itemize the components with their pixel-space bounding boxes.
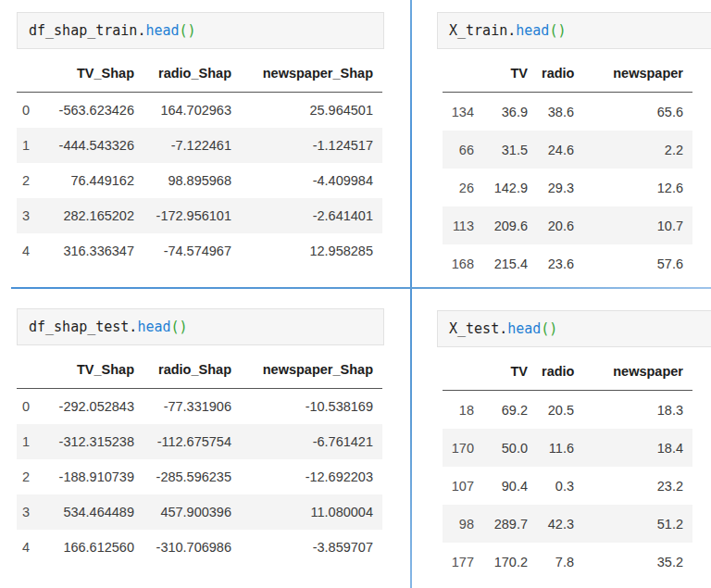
cell-value: 0.3 — [541, 467, 587, 505]
cell-value: 20.6 — [541, 206, 587, 244]
cell-value: 166.612560 — [30, 530, 147, 565]
code-method-text: head — [516, 22, 549, 39]
vertical-divider-line — [410, 0, 412, 588]
cell-value: 98.895968 — [147, 163, 244, 198]
row-index: 1 — [17, 128, 30, 163]
code-cell-df-shap-train[interactable]: df_shap_train.head() — [17, 12, 384, 49]
quadrant-df-shap-test: df_shap_test.head() TV_Shap radio_Shap n… — [17, 308, 387, 565]
column-header: radio_Shap — [147, 60, 244, 93]
row-index: 113 — [443, 206, 474, 244]
table-row: 0 -563.623426 164.702963 25.964501 — [17, 93, 382, 129]
row-index: 177 — [443, 543, 474, 581]
cell-value: -285.596235 — [147, 459, 244, 494]
cell-value: -312.315238 — [30, 424, 147, 459]
row-index: 4 — [17, 233, 30, 269]
table-row: 107 90.4 0.3 23.2 — [443, 467, 692, 505]
cell-value: 316.336347 — [30, 233, 147, 269]
column-header: radio_Shap — [147, 357, 244, 389]
table-row: 4 316.336347 -74.574967 12.958285 — [17, 233, 382, 269]
cell-value: 36.9 — [474, 93, 541, 131]
table-header-row: TV radio newspaper — [443, 358, 692, 391]
cell-value: -2.641401 — [244, 198, 382, 233]
table-row: 0 -292.052843 -77.331906 -10.538169 — [17, 389, 382, 425]
cell-value: 29.3 — [541, 169, 587, 206]
row-index: 66 — [443, 131, 474, 169]
dataframe-table-x-test: TV radio newspaper 18 69.2 20.5 18.3 170… — [443, 358, 692, 581]
cell-value: -77.331906 — [147, 389, 244, 425]
table-row: 26 142.9 29.3 12.6 — [443, 169, 692, 206]
column-header: newspaper_Shap — [244, 60, 382, 93]
dataframe-table-df-shap-test: TV_Shap radio_Shap newspaper_Shap 0 -292… — [17, 357, 382, 565]
row-index: 0 — [17, 389, 30, 425]
cell-value: 209.6 — [474, 206, 541, 244]
cell-value: 23.6 — [541, 244, 587, 282]
cell-value: 38.6 — [541, 93, 587, 131]
quadrant-x-train: X_train.head() TV radio newspaper 134 36… — [437, 12, 711, 282]
row-index: 170 — [443, 429, 474, 467]
cell-value: 10.7 — [587, 206, 692, 244]
cell-value: 31.5 — [474, 131, 541, 169]
code-method-text: head — [137, 319, 170, 335]
code-cell-x-test[interactable]: X_test.head() — [437, 310, 711, 347]
code-object-text: df_shap_test. — [29, 319, 137, 335]
cell-value: -1.124517 — [244, 128, 382, 163]
table-row: 4 166.612560 -310.706986 -3.859707 — [17, 530, 382, 565]
row-index: 134 — [443, 93, 474, 131]
cell-value: 18.3 — [587, 391, 692, 430]
row-index: 107 — [443, 467, 474, 505]
cell-value: 76.449162 — [30, 163, 147, 198]
cell-value: 215.4 — [474, 244, 541, 282]
code-cell-df-shap-test[interactable]: df_shap_test.head() — [17, 308, 384, 345]
quadrant-df-shap-train: df_shap_train.head() TV_Shap radio_Shap … — [17, 12, 387, 269]
table-row: 113 209.6 20.6 10.7 — [443, 206, 692, 244]
index-column-header — [17, 60, 30, 93]
cell-value: 90.4 — [474, 467, 541, 505]
cell-value: 534.464489 — [30, 494, 147, 530]
index-column-header — [443, 358, 474, 391]
cell-value: -292.052843 — [30, 389, 147, 425]
table-row: 98 289.7 42.3 51.2 — [443, 505, 692, 543]
column-header: TV_Shap — [30, 60, 147, 93]
row-index: 168 — [443, 244, 474, 282]
row-index: 3 — [17, 198, 30, 233]
cell-value: 51.2 — [587, 505, 692, 543]
column-header: TV_Shap — [30, 357, 147, 389]
cell-value: -7.122461 — [147, 128, 244, 163]
cell-value: -74.574967 — [147, 233, 244, 269]
code-object-text: df_shap_train. — [29, 22, 145, 39]
cell-value: 142.9 — [474, 169, 541, 206]
column-header: newspaper — [587, 358, 692, 391]
table-row: 18 69.2 20.5 18.3 — [443, 391, 692, 430]
code-method-text: head — [507, 320, 541, 337]
code-parens-text: () — [171, 319, 188, 335]
table-row: 3 282.165202 -172.956101 -2.641401 — [17, 198, 382, 233]
column-header: TV — [474, 358, 541, 391]
table-row: 66 31.5 24.6 2.2 — [443, 131, 692, 169]
row-index: 26 — [443, 169, 474, 206]
row-index: 18 — [443, 391, 474, 430]
column-header: newspaper_Shap — [244, 357, 382, 389]
cell-value: -188.910739 — [30, 459, 147, 494]
cell-value: -112.675754 — [147, 424, 244, 459]
cell-value: 7.8 — [541, 543, 587, 581]
cell-value: -10.538169 — [244, 389, 382, 425]
row-index: 2 — [17, 459, 30, 494]
column-header: radio — [541, 358, 587, 391]
table-row: 170 50.0 11.6 18.4 — [443, 429, 692, 467]
cell-value: 20.5 — [541, 391, 587, 430]
cell-value: -4.409984 — [244, 163, 382, 198]
cell-value: -6.761421 — [244, 424, 382, 459]
code-object-text: X_test. — [449, 320, 507, 337]
cell-value: 282.165202 — [30, 198, 147, 233]
column-header: TV — [474, 60, 541, 93]
table-row: 2 -188.910739 -285.596235 -12.692203 — [17, 459, 382, 494]
code-object-text: X_train. — [449, 22, 516, 39]
row-index: 1 — [17, 424, 30, 459]
quadrant-x-test: X_test.head() TV radio newspaper 18 69.2… — [437, 310, 711, 581]
cell-value: 23.2 — [587, 467, 692, 505]
row-index: 98 — [443, 505, 474, 543]
cell-value: 170.2 — [474, 543, 541, 581]
code-cell-x-train[interactable]: X_train.head() — [437, 12, 711, 49]
table-row: 1 -312.315238 -112.675754 -6.761421 — [17, 424, 382, 459]
cell-value: 50.0 — [474, 429, 541, 467]
